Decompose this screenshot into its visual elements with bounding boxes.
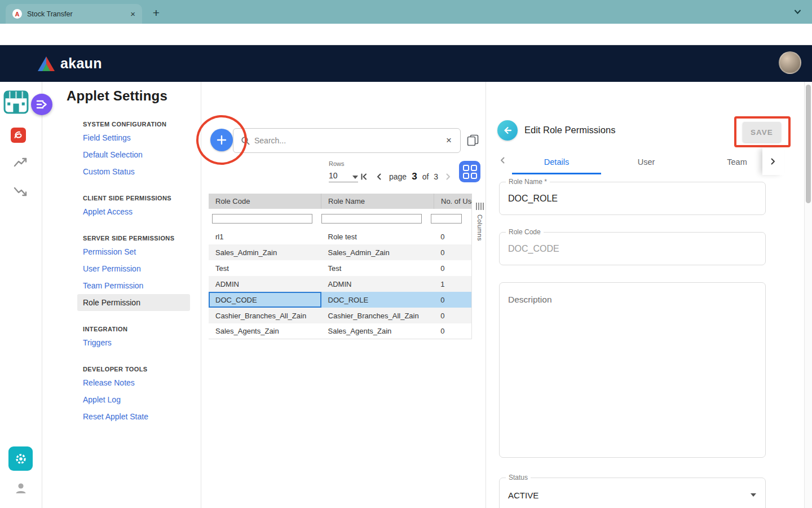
role-code-field[interactable]: Role Code DOC_CODE [499,232,766,265]
table-filter-row [209,209,472,229]
status-value: ACTIVE [508,491,539,500]
sidebar-item-user-permission[interactable]: User Permission [77,260,190,277]
browser-tab[interactable]: A Stock Transfer × [6,4,142,24]
cell-user-count: 0 [434,260,471,276]
plus-icon [217,135,227,145]
page-label: page [389,172,407,181]
table-row[interactable]: rl1 Role test 0 [209,229,472,244]
sidebar-toggle-icon [31,94,52,115]
person-icon[interactable] [14,481,28,495]
applet-store-icon[interactable] [3,89,29,115]
sidebar-item-role-permission[interactable]: Role Permission [77,294,190,311]
header-no-of-users[interactable]: No. of Users [434,194,472,209]
nav-heading-server-side-permissions: SERVER SIDE PERMISSIONS [83,235,190,242]
clear-search-icon[interactable]: × [445,135,453,146]
applet-rail [0,82,42,508]
status-label: Status [506,474,531,481]
sidebar-item-permission-set[interactable]: Permission Set [77,243,190,260]
cell-user-count: 0 [434,308,471,323]
cell-role-name: DOC_ROLE [321,292,434,308]
tab-details[interactable]: Details [512,150,601,174]
cell-role-name: ADMIN [321,276,434,292]
header-role-code[interactable]: Role Code [209,194,321,209]
save-button[interactable]: SAVE [743,122,781,142]
tab-search-chevron-icon[interactable] [794,8,801,15]
cell-role-code: rl1 [209,229,321,244]
of-label: of [422,172,429,181]
cell-role-name: Cashier_Branches_All_Zain [321,308,434,323]
table-row[interactable]: Test Test 0 [209,260,472,276]
role-code-label: Role Code [506,228,544,236]
nav-heading-integration: INTEGRATION [83,326,190,332]
nav-heading-developer-tools: DEVELOPER TOOLS [83,366,190,373]
table-row[interactable]: ADMIN ADMIN 1 [209,276,472,292]
status-select[interactable]: Status ACTIVE [499,478,766,508]
sidebar-item-release-notes[interactable]: Release Notes [77,374,190,391]
role-name-label: Role Name * [506,178,550,186]
cell-role-name: Test [321,260,434,276]
active-tab-indicator [512,173,601,174]
sidebar-item-team-permission[interactable]: Team Permission [77,277,190,294]
chevron-down-icon [352,176,358,179]
table-row[interactable]: Sales_Agents_Zain Sales_Agents_Zain 0 [209,323,472,339]
tabs-scroll-right-button[interactable] [762,148,784,175]
cell-role-code: Sales_Agents_Zain [209,323,321,339]
chevron-right-icon [769,157,777,165]
cell-role-name: Role test [321,229,434,244]
add-role-button[interactable] [210,129,233,151]
tabs-scroll-left-icon[interactable] [498,156,506,164]
akaun-logo: akaun [37,45,102,82]
sidebar-item-reset-applet-state[interactable]: Reset Applet State [77,408,190,425]
settings-gear-button[interactable] [8,446,33,471]
rows-label: Rows [329,160,345,167]
new-tab-button[interactable]: + [148,5,165,21]
tab-user[interactable]: User [601,150,691,174]
user-avatar[interactable] [779,51,801,74]
pdf-icon[interactable] [11,128,26,143]
cell-role-code: Sales_Admin_Zain [209,244,321,260]
akaun-logo-icon [37,56,55,72]
cell-role-code: DOC_CODE [209,292,321,308]
columns-drag-handle[interactable]: Columns [474,194,486,339]
table-row[interactable]: Sales_Admin_Zain Sales_Admin_Zain 0 [209,244,472,260]
sidebar-item-triggers[interactable]: Triggers [77,334,190,351]
columns-handle-label: Columns [476,214,483,241]
filter-input-role-name[interactable] [321,214,422,224]
view-grid-button[interactable] [459,161,480,182]
sidebar-item-applet-access[interactable]: Applet Access [77,203,190,220]
role-name-field[interactable]: Role Name * DOC_ROLE [499,182,766,215]
trending-up-icon[interactable] [13,156,28,168]
search-input[interactable] [254,136,445,145]
grip-icon [476,203,484,210]
next-page-button[interactable] [443,172,453,182]
prev-page-button[interactable] [374,172,384,182]
back-button[interactable] [497,120,518,141]
sidebar-toggle-button[interactable] [31,94,52,115]
table-row[interactable]: Cashier_Branches_All_Zain Cashier_Branch… [209,308,472,323]
filter-input-role-code[interactable] [212,214,312,224]
page-scrollbar-thumb[interactable] [806,85,811,203]
cell-role-code: ADMIN [209,276,321,292]
sidebar-item-field-settings[interactable]: Field Settings [77,129,190,146]
copy-icon[interactable] [467,134,479,146]
current-page: 3 [412,171,417,182]
search-box: × [233,128,461,153]
header-role-name[interactable]: Role Name [321,194,434,209]
cell-user-count: 1 [434,276,471,292]
filter-input-users[interactable] [431,214,462,224]
sidebar-item-default-selection[interactable]: Default Selection [77,146,190,163]
page-title: Applet Settings [67,88,167,104]
description-field[interactable]: Description [499,282,766,458]
rows-per-page-select[interactable]: 10 [329,169,358,182]
browser-toolbar: akaun.cloud/#/applet/tnt/wavelet/erp/sto… [0,24,812,45]
sidebar-item-applet-log[interactable]: Applet Log [77,391,190,408]
cell-user-count: 0 [434,229,471,244]
sidebar-item-custom-status[interactable]: Custom Status [77,163,190,180]
nav-heading-system-configuration: SYSTEM CONFIGURATION [83,121,190,128]
first-page-button[interactable] [359,172,369,182]
tab-close-icon[interactable]: × [129,9,136,19]
table-row-selected[interactable]: DOC_CODE DOC_ROLE 0 [209,292,472,308]
browser-tab-strip: A Stock Transfer × + [0,0,812,24]
trending-down-icon[interactable] [13,186,28,198]
rows-value: 10 [329,171,338,180]
